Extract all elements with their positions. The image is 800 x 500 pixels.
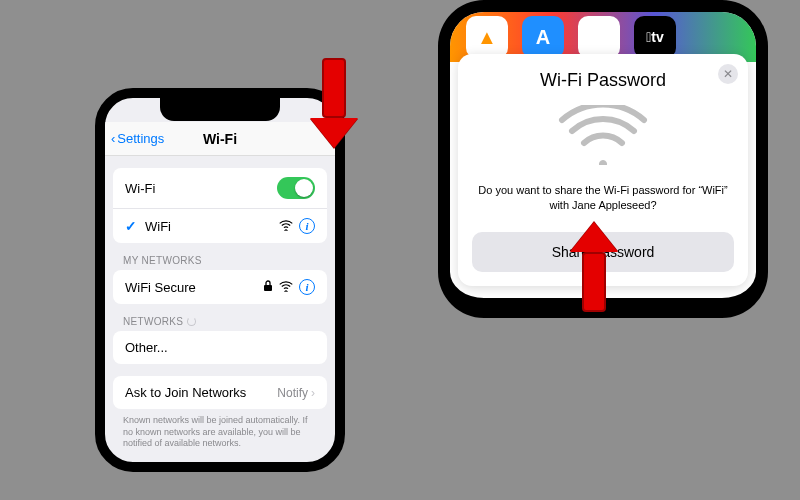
connected-network-name: WiFi (145, 219, 171, 234)
ask-join-footer: Known networks will be joined automatica… (113, 409, 327, 462)
status-time: 9:41 (115, 88, 137, 94)
back-label: Settings (117, 131, 164, 146)
other-network-row[interactable]: Other... (113, 331, 327, 364)
wifi-status-icon (288, 88, 302, 95)
phone-notch (160, 97, 280, 121)
annotation-arrow-up (570, 222, 618, 312)
networks-header: NETWORKS (113, 316, 327, 331)
other-label: Other... (125, 340, 168, 355)
network-row[interactable]: WiFi Secure i (113, 270, 327, 304)
wifi-toggle[interactable] (277, 177, 315, 199)
ask-join-value: Notify (277, 386, 308, 400)
nav-bar: ‹ Settings Wi-Fi (105, 122, 335, 156)
annotation-arrow-down (310, 58, 358, 148)
signal-icon: ▮▮▮▮ (261, 88, 285, 94)
nav-title: Wi-Fi (203, 131, 237, 147)
app-icon-podcasts: ◉ (578, 16, 620, 58)
wifi-signal-icon (279, 219, 293, 234)
lock-icon (263, 280, 273, 294)
network-name: WiFi Secure (125, 280, 196, 295)
share-prompt-text: Do you want to share the Wi-Fi password … (472, 183, 734, 214)
app-icon-appstore: A (522, 16, 564, 58)
close-button[interactable]: ✕ (718, 64, 738, 84)
checkmark-icon: ✓ (125, 218, 137, 234)
ask-join-label: Ask to Join Networks (125, 385, 246, 400)
my-networks-header: MY NETWORKS (113, 255, 327, 270)
wifi-toggle-label: Wi-Fi (125, 181, 155, 196)
info-icon[interactable]: i (299, 218, 315, 234)
spinner-icon (187, 317, 196, 326)
wifi-signal-icon (279, 280, 293, 295)
chevron-left-icon: ‹ (111, 131, 115, 146)
info-icon[interactable]: i (299, 279, 315, 295)
sheet-title: Wi-Fi Password (472, 70, 734, 91)
networks-header-label: NETWORKS (123, 316, 183, 327)
app-icon-books: ▲ (466, 16, 508, 58)
svg-rect-3 (264, 285, 272, 291)
wifi-toggle-row[interactable]: Wi-Fi (113, 168, 327, 208)
chevron-right-icon: › (311, 386, 315, 400)
app-icon-tv: tv (634, 16, 676, 58)
phone-settings: 9:41 ▮▮▮▮ ‹ Settings Wi-Fi Wi-Fi (95, 88, 345, 472)
wifi-large-icon (472, 105, 734, 169)
status-bar: 9:41 ▮▮▮▮ (105, 88, 335, 98)
connected-network-row[interactable]: ✓ WiFi i (113, 208, 327, 243)
ask-join-row[interactable]: Ask to Join Networks Notify › (113, 376, 327, 409)
back-button[interactable]: ‹ Settings (111, 131, 164, 146)
